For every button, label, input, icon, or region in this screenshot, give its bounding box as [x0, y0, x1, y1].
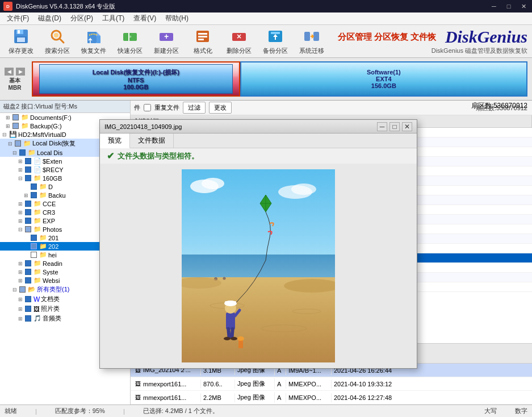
- close-button[interactable]: ✕: [518, 2, 529, 11]
- checkbox[interactable]: [12, 123, 19, 129]
- checkbox[interactable]: [25, 158, 31, 164]
- expand-icon[interactable]: ⊟: [17, 226, 24, 233]
- expand-icon[interactable]: ⊟: [11, 149, 18, 156]
- search-partition-button[interactable]: 搜索分区: [41, 27, 74, 56]
- expand-icon[interactable]: ⊟: [1, 131, 8, 138]
- expand-icon[interactable]: ⊞: [5, 114, 11, 121]
- menu-help[interactable]: 帮助(H): [161, 12, 193, 24]
- bottom-file-row[interactable]: 🖼 mmexport161... 2.2MB Jpeg 图像 A MMEXPO.…: [131, 391, 532, 405]
- file-date: 2021-04-10 19:33:12: [332, 380, 530, 389]
- menu-file[interactable]: 文件(F): [2, 12, 33, 24]
- expand-icon[interactable]: ⊞: [17, 218, 24, 224]
- svg-rect-27: [313, 32, 319, 41]
- expand-icon: [23, 184, 30, 190]
- checkbox[interactable]: [25, 175, 31, 181]
- expand-icon[interactable]: ⊞: [17, 296, 24, 303]
- svg-text:×: ×: [237, 32, 241, 41]
- bottom-file-row[interactable]: 🖼 mmexport161... 870.6.. Jpeg 图像 A MMEXP…: [131, 377, 532, 391]
- checkbox[interactable]: [25, 269, 31, 275]
- expand-icon[interactable]: ⊟: [7, 140, 14, 147]
- checkbox[interactable]: [25, 209, 31, 215]
- expand-icon[interactable]: ⊞: [5, 123, 11, 130]
- checkbox[interactable]: [25, 306, 31, 312]
- status-ready: 就绪: [5, 407, 17, 415]
- expand-icon[interactable]: ⊞: [23, 192, 30, 199]
- checkbox[interactable]: [25, 260, 31, 266]
- tree-label: EXP: [43, 218, 55, 224]
- menu-tools[interactable]: 工具(T): [98, 12, 129, 24]
- local-partition-fs: NTFS: [128, 77, 144, 84]
- partition-local[interactable]: Local Disk(恢复文件)(I:)-(损坏) NTFS 100.0GB: [32, 61, 240, 97]
- maximize-button[interactable]: □: [504, 2, 514, 11]
- migrate-system-button[interactable]: 系统迁移: [295, 27, 328, 56]
- quick-partition-icon: P: [121, 27, 139, 45]
- disk-icon: 💾: [9, 131, 17, 138]
- checkbox[interactable]: [25, 315, 31, 322]
- checkbox[interactable]: [19, 149, 26, 156]
- checkbox[interactable]: [19, 286, 26, 293]
- preview-status: ✔ 文件头数据与类型相符。: [100, 148, 417, 164]
- folder-icon: 🖼: [33, 306, 40, 312]
- preview-maximize-button[interactable]: □: [389, 122, 400, 131]
- checkbox[interactable]: [31, 184, 37, 190]
- recover-file-button[interactable]: 恢复文件: [77, 27, 110, 56]
- checkbox[interactable]: [25, 201, 31, 207]
- tree-label: Readin: [43, 260, 62, 267]
- file-size: 2.2MB: [201, 393, 235, 402]
- tree-label: Websi: [43, 277, 60, 284]
- checkbox[interactable]: [12, 114, 19, 120]
- search-partition-icon: [48, 27, 66, 45]
- change-button[interactable]: 更改: [209, 102, 232, 114]
- folder-icon: 📁: [39, 234, 47, 241]
- tree-label: 照片类: [41, 305, 60, 313]
- expand-icon[interactable]: ⊞: [17, 166, 24, 173]
- preview-minimize-button[interactable]: ─: [377, 122, 387, 131]
- expand-icon[interactable]: ⊞: [17, 269, 24, 276]
- nav-right-button[interactable]: ▶: [16, 68, 25, 76]
- expand-icon[interactable]: ⊞: [17, 209, 24, 216]
- menu-partition[interactable]: 分区(P): [66, 12, 98, 24]
- svg-line-8: [60, 39, 64, 43]
- preview-tab-preview[interactable]: 预览: [100, 134, 130, 148]
- expand-icon[interactable]: ⊞: [17, 260, 24, 267]
- checkbox[interactable]: [15, 140, 21, 147]
- svg-rect-21: [198, 39, 204, 40]
- minimize-button[interactable]: ─: [489, 2, 499, 11]
- expand-icon[interactable]: ⊞: [17, 315, 24, 322]
- delete-partition-button[interactable]: × 删除分区: [223, 27, 255, 56]
- tree-label: CR3: [43, 209, 55, 216]
- new-partition-button[interactable]: + 新建分区: [150, 27, 183, 56]
- expand-icon[interactable]: ⊟: [17, 175, 24, 182]
- preview-tab-filedata[interactable]: 文件数据: [130, 134, 174, 148]
- expand-icon[interactable]: ⊞: [17, 158, 24, 165]
- duplicate-files-checkbox[interactable]: [144, 104, 151, 111]
- expand-icon[interactable]: ⊞: [17, 306, 24, 312]
- expand-icon[interactable]: ⊞: [17, 277, 24, 284]
- save-button[interactable]: 保存更改: [5, 27, 37, 56]
- checkbox[interactable]: [25, 226, 31, 232]
- checkbox[interactable]: [31, 235, 37, 241]
- brand-features: 分区管理 分区恢复 文件恢: [338, 32, 436, 43]
- tree-label: hei: [48, 252, 57, 258]
- checkbox[interactable]: [25, 277, 31, 283]
- checkbox[interactable]: [31, 243, 37, 249]
- checkbox[interactable]: [25, 166, 31, 173]
- menu-disk[interactable]: 磁盘(D): [33, 12, 66, 24]
- expand-icon: [23, 252, 30, 258]
- partition-software[interactable]: Software(1) EXT4 156.0GB: [240, 61, 527, 97]
- expand-icon[interactable]: ⊞: [17, 201, 24, 207]
- file-type: Jpeg 图像: [235, 392, 275, 403]
- preview-image-svg: [182, 169, 335, 362]
- nav-left-button[interactable]: ◀: [5, 68, 14, 76]
- filter-button[interactable]: 过滤: [183, 102, 206, 114]
- preview-close-button[interactable]: ✕: [402, 122, 412, 131]
- checkbox[interactable]: [25, 296, 31, 302]
- backup-partition-button[interactable]: 备份分区: [259, 27, 292, 56]
- checkbox[interactable]: [25, 218, 31, 224]
- expand-icon[interactable]: ⊟: [11, 286, 18, 293]
- checkbox[interactable]: [31, 192, 37, 198]
- menu-view[interactable]: 查看(V): [129, 12, 161, 24]
- folder-icon: 📁: [33, 174, 41, 182]
- format-button[interactable]: 格式化: [186, 27, 219, 56]
- quick-partition-button[interactable]: P 快速分区: [114, 27, 146, 56]
